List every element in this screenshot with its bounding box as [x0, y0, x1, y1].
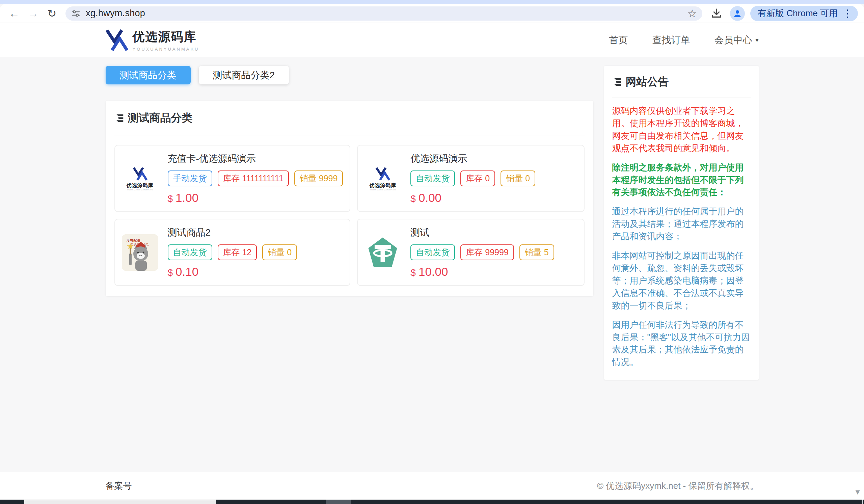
stock-badge: 库存 12: [218, 244, 257, 260]
announcement-title: 网站公告: [612, 75, 751, 89]
browser-frame-strip: [0, 0, 864, 4]
product-card[interactable]: 优选源码库 YOUXUANYUANMAKU 优选源码演示 自动发货 库存 0 销…: [357, 145, 584, 212]
product-grid: 优选源码库 YOUXUANYUANMAKU 充值卡-优选源码演示 手动发货 库存…: [115, 145, 585, 286]
svg-text:没有配图: 没有配图: [126, 239, 140, 242]
taskbar: [0, 500, 864, 504]
site-logo[interactable]: 优选源码库 YOUXUANYUANMAKU: [106, 29, 200, 52]
sales-badge: 销量 0: [501, 170, 535, 186]
notice-paragraph: 非本网站可控制之原因而出现的任何意外、疏忽、资料的丢失或毁坏等；用户系统感染电脑…: [612, 250, 751, 312]
notice-paragraph: 除注明之服务条款外，对用户使用本程序时发生的包括但不限于下列有关事项依法不负任何…: [612, 161, 751, 199]
chrome-update-label: 有新版 Chrome 可用: [758, 8, 838, 19]
announcement-title-text: 网站公告: [626, 75, 669, 89]
ship-badge: 自动发货: [168, 244, 212, 260]
product-card[interactable]: 没有配图 是这不是成品: [115, 219, 351, 286]
announcement-icon: [612, 77, 622, 87]
page-content: 测试商品分类 测试商品分类2 测试商品分类: [0, 57, 864, 380]
section-icon: [115, 113, 124, 123]
logo-title: 优选源码库: [133, 29, 200, 45]
scrollbar-down-arrow[interactable]: ▼: [854, 488, 861, 496]
main-nav: 首页 查找订单 会员中心▾: [609, 34, 758, 47]
product-image: 优选源码库 YOUXUANYUANMAKU: [122, 160, 158, 197]
sales-badge: 销量 9999: [294, 170, 343, 186]
product-image-cat: 没有配图 是这不是成品: [122, 234, 158, 271]
product-title: 优选源码演示: [410, 152, 535, 165]
browser-toolbar: ← → ↻ xg.hwym.shop ☆ 有新版 Chrome 可用 ⋮: [0, 4, 864, 23]
site-settings-icon[interactable]: [71, 9, 81, 19]
taskbar-show-desktop[interactable]: [862, 500, 863, 504]
product-price: $10.00: [410, 265, 554, 278]
sales-badge: 销量 0: [262, 244, 297, 260]
notice-paragraph: 源码内容仅供创业者下载学习之用。使用本程序开设的博客商城，网友可自由发布相关信息…: [612, 105, 751, 155]
chrome-update-button[interactable]: 有新版 Chrome 可用 ⋮: [750, 6, 858, 21]
nav-find-order[interactable]: 查找订单: [652, 34, 690, 47]
category-tab-1[interactable]: 测试商品分类: [106, 66, 191, 84]
nav-home[interactable]: 首页: [609, 34, 628, 47]
announcement-card: 网站公告 源码内容仅供创业者下载学习之用。使用本程序开设的博客商城，网友可自由发…: [604, 66, 759, 380]
product-title: 充值卡-优选源码演示: [168, 152, 343, 165]
address-bar[interactable]: xg.hwym.shop ☆: [65, 7, 702, 21]
stock-badge: 库存 99999: [460, 244, 514, 260]
forward-icon: →: [28, 7, 38, 20]
site-footer: 备案号 © 优选源码yxymk.net - 保留所有解释权。: [0, 472, 864, 500]
category-tab-2[interactable]: 测试商品分类2: [199, 66, 289, 84]
download-icon[interactable]: [710, 8, 723, 20]
profile-avatar[interactable]: [730, 6, 745, 21]
stock-badge: 库存 0: [460, 170, 495, 186]
back-button[interactable]: ←: [6, 5, 22, 22]
divider: [612, 98, 751, 98]
product-price: $1.00: [168, 191, 343, 205]
product-image: 优选源码库 YOUXUANYUANMAKU: [364, 160, 401, 197]
ship-badge: 自动发货: [410, 244, 455, 260]
ship-badge: 手动发货: [168, 170, 212, 186]
product-section-card: 测试商品分类 优选源码库 YOUXUANYUANMAKU 充值卡-优选源码演示: [106, 100, 593, 296]
logo-subtitle: YOUXUANYUANMAKU: [133, 47, 200, 52]
section-title: 测试商品分类: [115, 111, 585, 125]
copyright-text: © 优选源码yxymk.net - 保留所有解释权。: [597, 480, 759, 492]
site-header: 优选源码库 YOUXUANYUANMAKU 首页 查找订单 会员中心▾: [0, 23, 864, 57]
product-card[interactable]: 测试 自动发货 库存 99999 销量 5 $10.00: [357, 219, 584, 286]
url-text[interactable]: xg.hwym.shop: [86, 8, 683, 19]
product-price: $0.10: [168, 265, 297, 278]
back-icon: ←: [9, 7, 20, 20]
sales-badge: 销量 5: [519, 244, 554, 260]
ship-badge: 自动发货: [410, 170, 455, 186]
nav-member-center[interactable]: 会员中心▾: [714, 34, 758, 47]
bookmark-star-icon[interactable]: ☆: [687, 7, 697, 20]
menu-kebab-icon[interactable]: ⋮: [842, 8, 853, 19]
category-tabs: 测试商品分类 测试商品分类2: [106, 66, 593, 84]
notice-paragraph: 通过本程序进行的任何属于用户的活动及其结果；通过本程序发布的产品和资讯内容；: [612, 205, 751, 243]
announcement-body: 源码内容仅供创业者下载学习之用。使用本程序开设的博客商城，网友可自由发布相关信息…: [612, 105, 751, 368]
divider: [115, 135, 585, 135]
chevron-down-icon: ▾: [755, 36, 758, 44]
notice-paragraph: 因用户任何非法行为导致的所有不良后果；"黑客"以及其他不可抗力因素及其后果；其他…: [612, 319, 751, 369]
person-icon: [733, 9, 742, 18]
product-price: $0.00: [410, 191, 535, 205]
reload-button[interactable]: ↻: [44, 5, 60, 22]
icp-link[interactable]: 备案号: [106, 480, 132, 492]
product-card[interactable]: 优选源码库 YOUXUANYUANMAKU 充值卡-优选源码演示 手动发货 库存…: [115, 145, 351, 212]
forward-button[interactable]: →: [25, 5, 41, 22]
product-title: 测试: [410, 226, 554, 239]
logo-mark-icon: [106, 29, 128, 51]
stock-badge: 库存 1111111111: [218, 170, 289, 186]
reload-icon: ↻: [48, 7, 57, 20]
taskbar-app-window[interactable]: [24, 500, 216, 504]
taskbar-app-button[interactable]: [326, 500, 351, 504]
section-title-text: 测试商品分类: [128, 111, 193, 125]
product-title: 测试商品2: [168, 226, 297, 239]
product-image-tether: [364, 234, 401, 271]
